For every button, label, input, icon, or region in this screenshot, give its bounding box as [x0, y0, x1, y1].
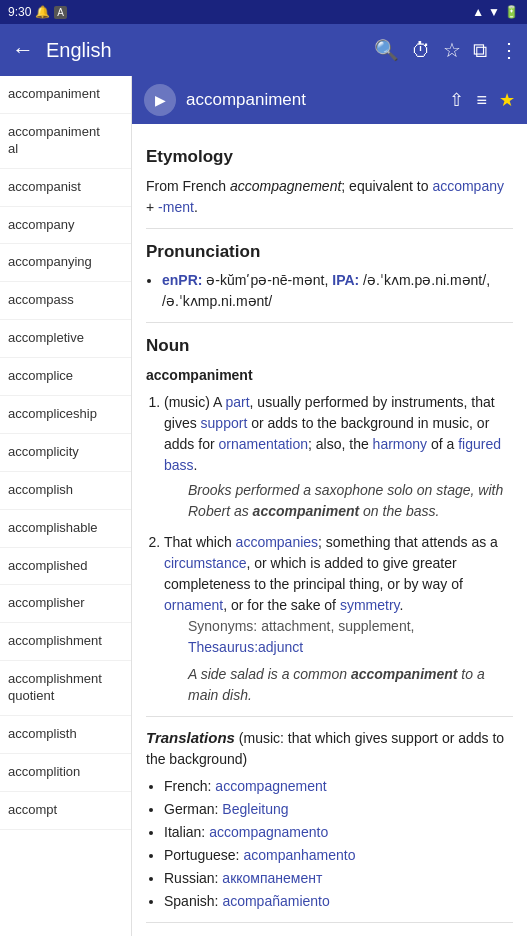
quote1-end: on the bass.	[359, 503, 439, 519]
status-time: 9:30	[8, 5, 31, 19]
def2-text1: That which	[164, 534, 236, 550]
etymology-text2: ; equivalent to	[341, 178, 432, 194]
def1-harmony-link[interactable]: harmony	[373, 436, 427, 452]
sidebar-item-accompaniment-al[interactable]: accompanimental	[0, 114, 131, 169]
enpr-label: enPR:	[162, 272, 202, 288]
share-icon[interactable]: ⇧	[449, 89, 464, 111]
page-title: English	[46, 39, 366, 62]
sidebar-item-accompliceship[interactable]: accompliceship	[0, 396, 131, 434]
search-button[interactable]: 🔍	[374, 38, 399, 62]
divider1	[146, 228, 513, 229]
sidebar-item-accompass[interactable]: accompass	[0, 282, 131, 320]
article: Etymology From French accompagnement; eq…	[132, 124, 527, 936]
def2-period: .	[400, 597, 404, 613]
word-title: accompaniment	[186, 90, 439, 110]
sidebar-item-accomplice[interactable]: accomplice	[0, 358, 131, 396]
def2-accompanies-link[interactable]: accompanies	[236, 534, 319, 550]
status-alarm-icon: 🔔	[35, 5, 50, 19]
def1-text3: ; also, the	[308, 436, 373, 452]
sidebar-item-accomplishment[interactable]: accomplishment	[0, 623, 131, 661]
word-header: ▶ accompaniment ⇧ ≡ ★	[132, 76, 527, 124]
more-button[interactable]: ⋮	[499, 38, 519, 62]
list-icon[interactable]: ≡	[476, 90, 487, 111]
status-wifi-icon: ▲	[472, 5, 484, 19]
status-left: 9:30 🔔 A	[8, 5, 67, 19]
translations-list: French: accompagnement German: Begleitun…	[164, 776, 513, 912]
etymology-french: accompagnement	[230, 178, 341, 194]
status-battery-icon: 🔋	[504, 5, 519, 19]
translation-portuguese: Portuguese: acompanhamento	[164, 845, 513, 866]
divider3	[146, 716, 513, 717]
etymology-ment-link[interactable]: -ment	[158, 199, 194, 215]
def2-text2: ; something that attends as a	[318, 534, 498, 550]
synonyms: Synonyms: attachment, supplement, Thesau…	[188, 616, 513, 658]
noun-title: Noun	[146, 333, 513, 359]
favorites-button[interactable]: ☆	[443, 38, 461, 62]
word-header-actions: ⇧ ≡ ★	[449, 89, 515, 111]
def1-prefix: (music) A	[164, 394, 225, 410]
sidebar-item-accomplisth[interactable]: accomplisth	[0, 716, 131, 754]
sidebar-item-accompanist[interactable]: accompanist	[0, 169, 131, 207]
sidebar-item-accomplicity[interactable]: accomplicity	[0, 434, 131, 472]
trans-spanish-word[interactable]: acompañamiento	[222, 893, 329, 909]
copy-button[interactable]: ⧉	[473, 39, 487, 62]
ipa2-value: /ə.ˈkʌmp.ni.mənt/	[162, 293, 272, 309]
trans-russian-lang: Russian:	[164, 870, 222, 886]
sidebar-item-accompany[interactable]: accompany	[0, 207, 131, 245]
divider2	[146, 322, 513, 323]
trans-portuguese-word[interactable]: acompanhamento	[243, 847, 355, 863]
back-button[interactable]: ←	[8, 33, 38, 67]
trans-italian-lang: Italian:	[164, 824, 209, 840]
speak-button[interactable]: ▶	[144, 84, 176, 116]
pronunciation-list: enPR: ə-kŭmʹpə-nē-mənt, IPA: /ə.ˈkʌm.pə.…	[162, 270, 513, 312]
def2-symmetry-link[interactable]: symmetry	[340, 597, 400, 613]
def1-part-link[interactable]: part	[225, 394, 249, 410]
side-salad-bold: accompaniment	[351, 666, 458, 682]
status-signal-icon: ▼	[488, 5, 500, 19]
translation-russian: Russian: аккомпанемент	[164, 868, 513, 889]
sidebar-item-accompt[interactable]: accompt	[0, 792, 131, 830]
ipa-value: /ə.ˈkʌm.pə.ni.mənt/,	[359, 272, 490, 288]
favorite-icon[interactable]: ★	[499, 89, 515, 111]
trans-french-word[interactable]: accompagnement	[215, 778, 326, 794]
def1-period: .	[194, 457, 198, 473]
sidebar-item-accompaniment[interactable]: accompaniment	[0, 76, 131, 114]
sidebar-item-accomplished[interactable]: accomplished	[0, 548, 131, 586]
etymology-accompany-link[interactable]: accompany	[432, 178, 504, 194]
sidebar-item-accomplisher[interactable]: accomplisher	[0, 585, 131, 623]
content-area: ▶ accompaniment ⇧ ≡ ★ Etymology From Fre…	[132, 76, 527, 936]
status-a-icon: A	[54, 6, 67, 19]
status-right: ▲ ▼ 🔋	[472, 5, 519, 19]
sidebar-item-accomplishable[interactable]: accomplishable	[0, 510, 131, 548]
translation-italian: Italian: accompagnamento	[164, 822, 513, 843]
definition-2: That which accompanies; something that a…	[164, 532, 513, 706]
trans-german-word[interactable]: Begleitung	[222, 801, 288, 817]
quote1: Brooks performed a saxophone solo on sta…	[188, 480, 513, 522]
quote1-bold: accompaniment	[253, 503, 360, 519]
def2-circumstance-link[interactable]: circumstance	[164, 555, 246, 571]
def1-ornamentation-link[interactable]: ornamentation	[218, 436, 308, 452]
status-bar: 9:30 🔔 A ▲ ▼ 🔋	[0, 0, 527, 24]
trans-russian-word[interactable]: аккомпанемент	[222, 870, 322, 886]
trans-french-lang: French:	[164, 778, 215, 794]
synonyms-label: Synonyms:	[188, 618, 257, 634]
sidebar-item-accomplishment-quotient[interactable]: accomplishment quotient	[0, 661, 131, 716]
history-button[interactable]: ⏱	[411, 39, 431, 62]
definitions-list: (music) A part, usually performed by ins…	[164, 392, 513, 706]
translations-title: Translations	[146, 729, 235, 746]
sidebar-item-accomplish[interactable]: accomplish	[0, 472, 131, 510]
sidebar-item-accompletive[interactable]: accompletive	[0, 320, 131, 358]
trans-spanish-lang: Spanish:	[164, 893, 222, 909]
ipa-label: IPA:	[332, 272, 359, 288]
def1-support-link[interactable]: support	[201, 415, 248, 431]
thesaurus-link[interactable]: Thesaurus:adjunct	[188, 639, 303, 655]
divider4	[146, 922, 513, 923]
def2-ornament-link[interactable]: ornament	[164, 597, 223, 613]
top-bar-actions: 🔍 ⏱ ☆ ⧉ ⋮	[374, 38, 519, 62]
sidebar-item-accompanying[interactable]: accompanying	[0, 244, 131, 282]
side-salad-quote: A side salad is a common accompaniment t…	[188, 664, 513, 706]
trans-italian-word[interactable]: accompagnamento	[209, 824, 328, 840]
sidebar-item-accomplition[interactable]: accomplition	[0, 754, 131, 792]
etymology-period: .	[194, 199, 198, 215]
def1-text4: of a	[427, 436, 458, 452]
